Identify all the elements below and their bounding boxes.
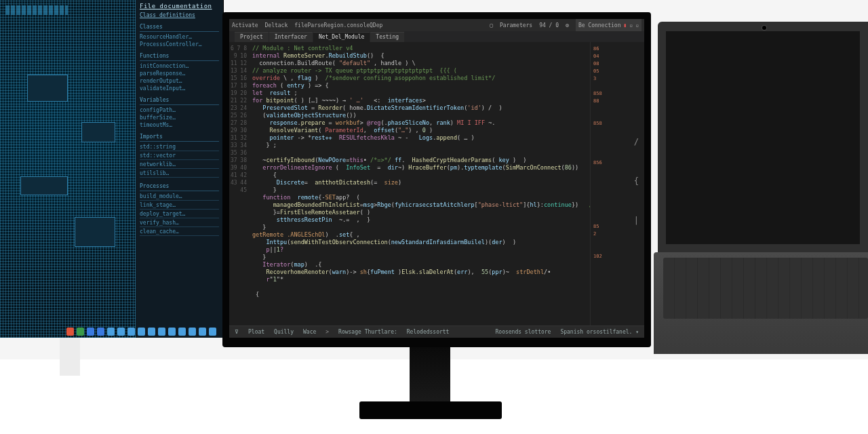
outline-item[interactable]: ProcesssController… — [140, 41, 219, 47]
outline-item[interactable]: configPath… — [140, 107, 219, 113]
minimap-glyph: / — [593, 139, 639, 145]
outline-item[interactable]: utilslib… — [140, 170, 219, 178]
outline-item[interactable]: renderOutput… — [140, 78, 219, 84]
outline-item[interactable]: ResourceHandler… — [140, 34, 219, 40]
minimap-badge: 3 — [593, 76, 642, 82]
taskbar-app-icon[interactable] — [168, 328, 176, 336]
editor-tab[interactable]: Interfacer — [269, 32, 313, 42]
line-gutter: 6 7 8 9 10 11 12 13 14 15 16 17 18 19 20… — [229, 42, 250, 326]
outline-item[interactable]: timeoutMs… — [140, 122, 219, 128]
titlebar: Activate Deltack fileParseRegion.console… — [229, 19, 644, 31]
minimize-icon[interactable]: ▫ — [629, 22, 633, 28]
minimap-badge: 04 — [593, 54, 642, 60]
titlebar-item[interactable]: Deltack — [265, 22, 288, 28]
status-item[interactable]: Relodedssortt — [407, 329, 450, 335]
titlebar-item[interactable]: Activate — [232, 22, 258, 28]
titlebar-square-icon[interactable]: ▢ — [490, 22, 493, 28]
taskbar-app-icon[interactable] — [148, 328, 155, 336]
status-item[interactable]: Roosends slottore — [496, 329, 551, 335]
outline-item[interactable]: bufferSize… — [140, 115, 219, 121]
taskbar-app-icon[interactable] — [107, 328, 115, 336]
outline-item[interactable]: initConnection… — [140, 63, 219, 69]
titlebar-gear-icon[interactable]: ⚙ — [566, 22, 569, 28]
laptop-screen — [658, 22, 868, 252]
taskbar-app-icon[interactable] — [158, 328, 165, 336]
outline-item[interactable]: deploy_target… — [140, 211, 219, 218]
taskbar-app-icon[interactable] — [127, 328, 135, 336]
schematic-grid — [0, 0, 136, 338]
taskbar-app-icon[interactable] — [77, 328, 84, 336]
center-monitor: Activate Deltack fileParseRegion.console… — [222, 12, 651, 347]
outline-item[interactable]: networklib… — [140, 161, 219, 169]
titlebar-params-label: Parameters — [500, 22, 532, 28]
outline-item[interactable]: build_module… — [140, 193, 219, 201]
webcam-icon — [762, 26, 766, 30]
status-item[interactable]: Rowsage Thurtlare: — [338, 329, 397, 335]
editor-tab[interactable]: Project — [235, 32, 269, 42]
laptop-keyboard — [663, 258, 868, 319]
outline-section-header[interactable]: Processes — [140, 183, 219, 191]
outline-section-header[interactable]: Classes — [140, 24, 219, 32]
titlebar-counts: 94 / 0 — [539, 22, 559, 28]
left-panel-header: File documentation — [140, 3, 219, 9]
left-monitor: File documentation Class definitions Cla… — [0, 0, 224, 338]
outline-item[interactable]: verify_hash… — [140, 220, 219, 227]
minimap-badge: 2 — [593, 231, 642, 237]
minimap-badge: 858 — [593, 121, 642, 127]
outline-section-header[interactable]: Functions — [140, 53, 219, 61]
outline-item[interactable]: clean_cache… — [140, 229, 219, 236]
taskbar-app-icon[interactable] — [138, 328, 145, 336]
left-outline-panel: File documentation Class definitions Cla… — [136, 0, 223, 338]
taskbar — [65, 326, 218, 338]
titlebar-mode[interactable]: Be Connection — [578, 22, 621, 28]
minimap-glyph: { — [593, 178, 639, 184]
code-editor-window: Activate Deltack fileParseRegion.console… — [229, 19, 644, 338]
minimap-badge: 856 — [593, 160, 642, 166]
taskbar-app-icon[interactable] — [66, 328, 74, 336]
outline-item[interactable]: link_stage… — [140, 202, 219, 210]
outline-item[interactable]: std::vector — [140, 153, 219, 160]
minimap[interactable]: 860408053 85888 858/ 856{ |852 102 — [590, 42, 644, 326]
editor-tab[interactable]: Testing — [370, 32, 404, 42]
minimap-badge: 88 — [593, 98, 642, 104]
outline-item[interactable]: std::string — [140, 144, 219, 151]
taskbar-app-icon[interactable] — [199, 328, 206, 336]
taskbar-app-icon[interactable] — [117, 328, 125, 336]
titlebar-item[interactable]: fileParseRegion.consoleQDep — [294, 22, 382, 28]
minimap-badge: 08 — [593, 61, 642, 67]
minimap-glyph: | — [593, 218, 639, 224]
minimap-badge: 858 — [593, 91, 642, 97]
code-area[interactable]: // Module : Net controller v4 internal R… — [250, 42, 590, 326]
status-item[interactable]: ⊽ — [235, 329, 239, 335]
taskbar-app-icon[interactable] — [189, 328, 196, 336]
editor-tab[interactable]: Net_Del_Module — [313, 32, 370, 42]
status-item[interactable]: Ploat — [248, 329, 264, 335]
close-icon[interactable]: ▮ — [624, 22, 627, 28]
status-item[interactable]: Spanish orsostilfanel. ▾ — [560, 329, 639, 335]
outline-item[interactable]: parseResponse… — [140, 71, 219, 77]
status-item[interactable]: Wace — [303, 329, 316, 335]
maximize-icon[interactable]: ▫ — [635, 22, 639, 28]
outline-section-header[interactable]: Imports — [140, 134, 219, 142]
status-bar: ⊽ Ploat Quilly Wace > Rowsage Thurtlare:… — [229, 326, 644, 338]
minimap-badge: 05 — [593, 68, 642, 75]
chevron-right-icon: > — [326, 329, 329, 335]
minimap-badge: 102 — [593, 254, 642, 260]
taskbar-app-icon[interactable] — [178, 328, 186, 336]
minimap-badge: 86 — [593, 46, 642, 52]
taskbar-app-icon[interactable] — [209, 328, 216, 336]
tab-bar: ProjectInterfacerNet_Del_ModuleTesting — [229, 31, 644, 42]
taskbar-app-icon[interactable] — [87, 328, 94, 336]
outline-section-header[interactable]: Variables — [140, 97, 219, 105]
outline-item[interactable]: validateInput… — [140, 85, 219, 92]
status-item[interactable]: Quilly — [274, 329, 294, 335]
left-panel-subheader: Class definitions — [140, 12, 219, 18]
taskbar-app-icon[interactable] — [97, 328, 104, 336]
